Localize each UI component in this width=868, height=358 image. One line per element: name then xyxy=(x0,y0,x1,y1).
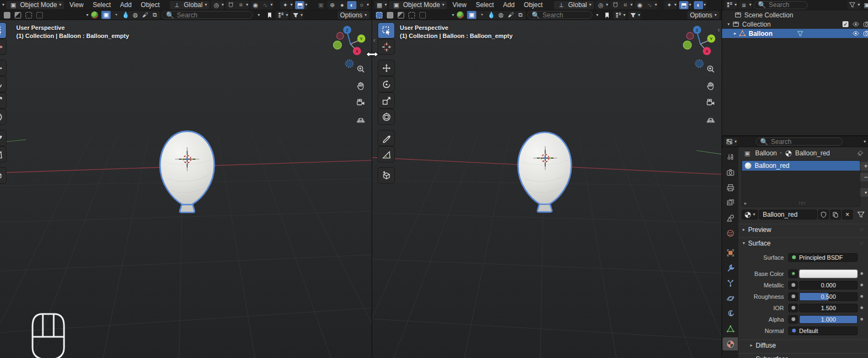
chevron-down-icon[interactable]: ▾ xyxy=(638,13,640,17)
tab-view-layer[interactable] xyxy=(723,196,738,209)
camera-view-icon[interactable] xyxy=(354,96,367,109)
select-mode-extend-icon[interactable] xyxy=(2,11,11,19)
chevron-down-icon[interactable]: ▾ xyxy=(385,3,387,7)
navigation-gizmo[interactable] xyxy=(333,22,368,68)
properties-search-field[interactable]: 🔍Search xyxy=(756,137,843,146)
tab-physics[interactable] xyxy=(723,292,738,305)
snap-to-icon[interactable]: ⌗ xyxy=(236,1,245,9)
editor-type-icon[interactable]: ▦ xyxy=(375,1,384,9)
material-slot-list[interactable]: Balloon_red ▸∷∷ xyxy=(742,160,860,207)
chevron-down-icon[interactable]: ▾ xyxy=(594,13,601,17)
surface-shader-select[interactable]: Principled BSDF xyxy=(788,253,858,262)
tab-object-data[interactable] xyxy=(723,322,738,335)
breadcrumb-material[interactable]: Balloon_red xyxy=(795,149,830,157)
chevron-down-icon[interactable]: ▾ xyxy=(246,3,248,7)
outliner-filter-collection-icon[interactable]: ⧈ xyxy=(739,1,749,9)
expand-chevron-icon[interactable]: ▸ xyxy=(734,32,736,36)
animate-dot[interactable] xyxy=(860,272,863,275)
tab-scene[interactable] xyxy=(723,211,738,224)
panel-subsurface[interactable]: ▸ Subsurface xyxy=(738,353,868,358)
metallic-socket-button[interactable] xyxy=(788,281,798,290)
alpha-slider[interactable]: 1.000 xyxy=(799,315,858,324)
viewport-right-canvas[interactable]: User Perspective (1) Collection | Balloo… xyxy=(372,20,722,358)
breadcrumb-object[interactable]: Balloon xyxy=(755,149,777,157)
snap-toggle-icon[interactable] xyxy=(611,1,620,9)
viewport-search-field[interactable]: 🔍Search xyxy=(527,11,592,19)
snap-to-icon[interactable]: ⌗ xyxy=(621,1,630,9)
brush-icon[interactable]: 🖌 xyxy=(141,11,150,19)
world-sphere-icon[interactable]: ◍ xyxy=(496,11,506,19)
slot-specials-button[interactable]: ▾ xyxy=(860,187,868,197)
chevron-down-icon[interactable]: ▾ xyxy=(301,13,303,17)
balloon-object[interactable] xyxy=(515,128,575,216)
menu-object[interactable]: Object xyxy=(137,1,164,9)
alpha-socket-button[interactable] xyxy=(788,315,798,324)
chevron-down-icon[interactable]: ▾ xyxy=(271,3,273,7)
chevron-down-icon[interactable]: ▾ xyxy=(858,3,860,7)
select-mode-invert-icon[interactable] xyxy=(407,11,416,19)
tool-scale[interactable] xyxy=(378,93,394,108)
tool-box-select[interactable] xyxy=(378,23,394,38)
tab-material[interactable] xyxy=(723,337,738,350)
shading-material-preview-icon[interactable]: ◐ xyxy=(347,1,356,9)
slabs-icon[interactable]: ⧉ xyxy=(516,11,525,19)
menu-view[interactable]: View xyxy=(66,1,87,9)
menu-view[interactable]: View xyxy=(449,1,470,9)
viewport-left-canvas[interactable]: User Perspective (1) Collection | Balloo… xyxy=(0,20,372,358)
pie-sphere-icon[interactable]: ◔ xyxy=(111,11,120,19)
tool-add-cube[interactable] xyxy=(378,168,394,183)
node-tree-icon[interactable] xyxy=(857,211,865,218)
expand-chevron-icon[interactable]: ▾ xyxy=(727,22,730,27)
chevron-down-icon[interactable]: ▾ xyxy=(86,13,88,17)
droplet-icon[interactable]: 💧 xyxy=(121,11,130,19)
mask-square-icon[interactable]: ▣ xyxy=(101,11,111,19)
select-mode-intersect-icon[interactable] xyxy=(418,11,427,19)
tool-rotate[interactable] xyxy=(378,77,394,92)
menu-add[interactable]: Add xyxy=(499,1,518,9)
menu-object[interactable]: Object xyxy=(520,1,547,9)
editor-type-chevron-icon[interactable]: ▾ xyxy=(2,3,4,7)
chevron-down-icon[interactable]: ▾ xyxy=(704,3,706,7)
chevron-down-icon[interactable]: ▾ xyxy=(749,3,751,7)
chevron-down-icon[interactable]: ▾ xyxy=(606,3,608,7)
proportional-editing-icon[interactable]: ◉ xyxy=(251,1,260,9)
tool-cursor[interactable] xyxy=(378,39,394,54)
select-mode-extend-icon[interactable] xyxy=(385,11,394,19)
shading-solid-icon[interactable]: ● xyxy=(337,1,347,9)
chevron-down-icon[interactable]: ▾ xyxy=(630,3,633,7)
outliner-row-collection[interactable]: ▾ Collection ✓ xyxy=(722,20,868,29)
outliner-row-scene-collection[interactable]: Scene Collection xyxy=(722,10,868,20)
chevron-down-icon[interactable]: ▾ xyxy=(735,3,737,7)
base-color-socket-button[interactable] xyxy=(788,269,798,278)
chevron-down-icon[interactable]: ▾ xyxy=(305,3,307,7)
transform-orientation-select[interactable]: ⟂Global▾ xyxy=(170,1,210,9)
browse-material-button[interactable]: ▾ xyxy=(742,210,758,219)
base-color-swatch[interactable] xyxy=(799,269,858,278)
chevron-down-icon[interactable]: ▾ xyxy=(452,13,454,17)
ior-socket-button[interactable] xyxy=(788,304,798,312)
perspective-toggle-icon[interactable] xyxy=(354,113,367,126)
chevron-down-icon[interactable]: ▾ xyxy=(689,3,691,7)
pan-hand-icon[interactable] xyxy=(704,79,717,92)
menu-add[interactable]: Add xyxy=(116,1,135,9)
panel-surface[interactable]: ▾ Surface ∷ xyxy=(738,237,868,249)
chevron-down-icon[interactable]: ▾ xyxy=(623,13,626,17)
bookmark-icon[interactable] xyxy=(602,11,611,19)
shading-ball-icon[interactable] xyxy=(90,11,99,19)
outliner-filter-icon[interactable] xyxy=(848,1,857,9)
exclude-checkbox[interactable]: ✓ xyxy=(843,21,848,27)
tree-display-icon[interactable] xyxy=(614,11,623,19)
slabs-icon[interactable]: ⧉ xyxy=(150,11,159,19)
animate-dot[interactable] xyxy=(860,284,863,286)
select-mode-subtract-icon[interactable] xyxy=(13,11,22,19)
panel-preview[interactable]: ▸ Preview ∷ xyxy=(738,224,868,235)
tool-measure[interactable] xyxy=(378,147,394,162)
panel-diffuse[interactable]: ▸ Diffuse xyxy=(738,340,868,351)
outliner-search-field[interactable]: 🔍Search xyxy=(754,1,808,9)
new-material-copy-button[interactable] xyxy=(830,210,841,219)
tab-render[interactable] xyxy=(723,166,738,179)
filter-funnel-icon[interactable] xyxy=(628,11,637,19)
transform-pivot-icon[interactable]: ◎ xyxy=(596,1,605,9)
select-mode-intersect-icon[interactable] xyxy=(35,11,44,19)
mask-square-icon[interactable]: ▣ xyxy=(467,11,476,19)
